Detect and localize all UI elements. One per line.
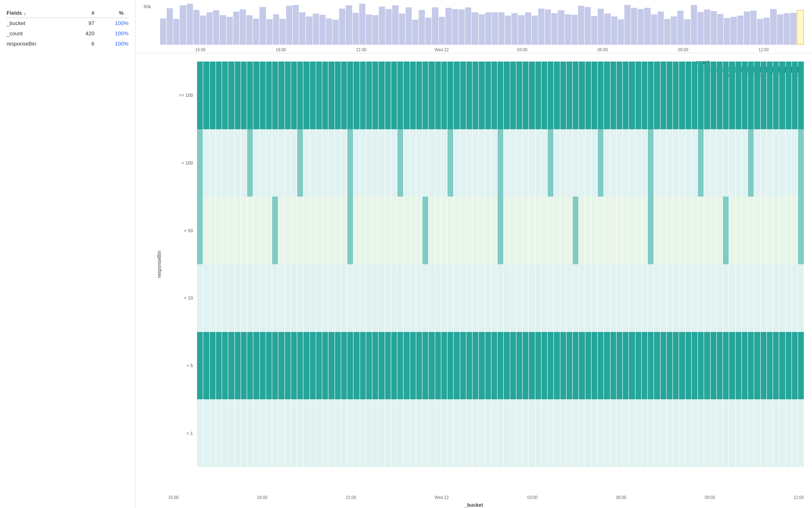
heatmap-cell (366, 264, 372, 332)
heatmap-cell (216, 62, 222, 129)
heatmap-cell (535, 129, 541, 197)
heatmap-cell (661, 332, 666, 400)
heatmap-cell (642, 332, 647, 400)
heatmap-cells (197, 399, 804, 467)
heatmap-cells (197, 62, 804, 129)
histogram-bar (624, 5, 631, 45)
histogram-x-tick: 21:00 (321, 48, 401, 52)
heatmap-cell (648, 197, 654, 264)
heatmap-cell (210, 399, 216, 467)
histogram-bar (206, 12, 213, 45)
heatmap-cell (761, 399, 766, 467)
heatmap-cell (504, 197, 509, 264)
heatmap-cell (648, 62, 654, 129)
heatmap-cell (473, 62, 478, 129)
heatmap-cell (504, 129, 509, 197)
heatmap-cell (235, 399, 241, 467)
heatmap-cell (686, 129, 691, 197)
heatmap-cell (723, 264, 729, 332)
heatmap-cell (798, 332, 804, 400)
histogram-x-tick: 12:00 (723, 48, 804, 52)
heatmap-cell (617, 264, 622, 332)
heatmap-cell (541, 264, 547, 332)
heatmap-cell (235, 264, 241, 332)
heatmap-cell (673, 264, 679, 332)
heatmap-cell (610, 332, 616, 400)
heatmap-cell (316, 264, 322, 332)
histogram-bar (333, 20, 339, 45)
heatmap-cell (723, 62, 729, 129)
heatmap-cell (479, 62, 484, 129)
heatmap-cell (648, 332, 654, 400)
heatmap-cell (347, 332, 353, 400)
heatmap-cell (297, 197, 303, 264)
field-pct: 100% (99, 39, 128, 49)
heatmap-cell (473, 129, 478, 197)
heatmap-cell (773, 399, 779, 467)
heatmap-cell (761, 129, 766, 197)
heatmap-cell (247, 129, 253, 197)
heatmap-cell (372, 62, 378, 129)
heatmap-cell (754, 264, 760, 332)
heatmap-cell (754, 399, 760, 467)
heatmap-cell (523, 332, 528, 400)
heatmap-cell (604, 264, 610, 332)
histogram-bar (711, 11, 717, 45)
heatmap-cell (272, 197, 278, 264)
heatmap-cell (391, 264, 397, 332)
heatmap-cell (686, 62, 691, 129)
heatmap-row-label: < 5 (168, 363, 197, 368)
histogram-bar (777, 14, 783, 45)
heatmap-cell (654, 197, 660, 264)
histogram-bar (651, 14, 657, 45)
heatmap-cell (203, 197, 209, 264)
histogram-bar (750, 11, 757, 45)
heatmap-cell (216, 129, 222, 197)
heatmap-cell (466, 264, 472, 332)
heatmap-cell (754, 332, 760, 400)
heatmap-cell (385, 332, 391, 400)
heatmap-cell (422, 197, 428, 264)
heatmap-cell (698, 129, 704, 197)
heatmap-cell (454, 62, 459, 129)
heatmap-cell (366, 129, 372, 197)
heatmap-cell (667, 264, 672, 332)
heatmap-cell (216, 197, 222, 264)
histogram-x-tick: 09:00 (643, 48, 723, 52)
histogram-bar (611, 16, 617, 45)
heatmap-cell (297, 399, 303, 467)
heatmap-cell (554, 129, 560, 197)
heatmap-cell (479, 264, 484, 332)
heatmap-cell (391, 62, 397, 129)
heatmap-cell (410, 399, 416, 467)
heatmap-cell (210, 197, 216, 264)
heatmap-cell (291, 332, 297, 400)
heatmap-cell (504, 264, 509, 332)
heatmap-cell (516, 129, 522, 197)
heatmap-cell (360, 399, 366, 467)
heatmap-cell (491, 197, 497, 264)
heatmap-cell (704, 129, 710, 197)
heatmap-cell (560, 129, 566, 197)
heatmap-cell (335, 399, 341, 467)
heatmap-cell (761, 62, 766, 129)
heatmap-cell (360, 332, 366, 400)
heatmap-cell (473, 399, 478, 467)
heatmap-cell (303, 332, 309, 400)
heatmap-cell (548, 399, 553, 467)
heatmap-cell (654, 129, 660, 197)
heatmap-cell (328, 264, 334, 332)
histogram-bar (638, 9, 644, 45)
heatmap-cell (736, 197, 741, 264)
heatmap-cell (529, 197, 534, 264)
heatmap-cell (529, 129, 534, 197)
heatmap-cell (736, 62, 741, 129)
histogram-x-axis: 15:0018:0021:00Wed 2203:0006:0009:0012:0… (160, 48, 804, 52)
heatmap-cell (303, 399, 309, 467)
heatmap-cell (247, 399, 253, 467)
heatmap-cell (353, 264, 359, 332)
heatmap-cell (560, 399, 566, 467)
heatmap-cell (266, 399, 272, 467)
heatmap-cell (272, 62, 278, 129)
heatmap-cell (235, 197, 241, 264)
